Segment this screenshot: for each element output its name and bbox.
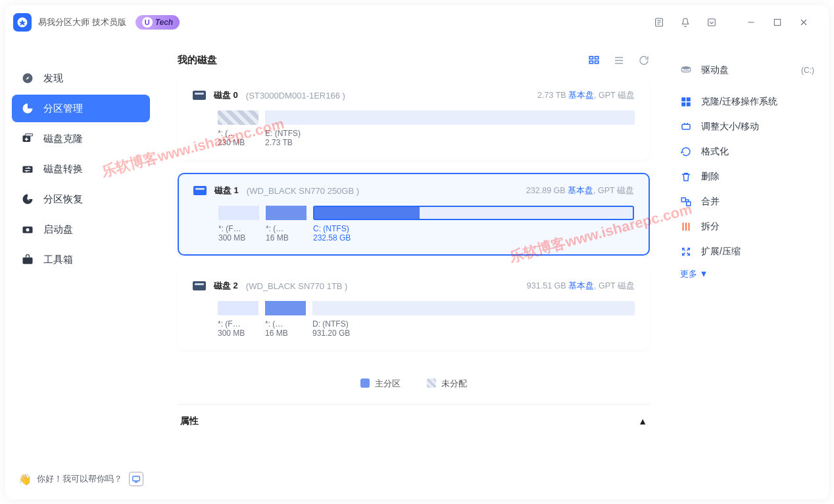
op-item[interactable]: 格式化: [680, 139, 814, 164]
wave-icon: 👋: [18, 473, 32, 486]
sidebar-item-partition[interactable]: 分区管理: [12, 95, 150, 122]
partition-segment[interactable]: [218, 301, 258, 315]
tasks-icon[interactable]: [646, 9, 672, 35]
sidebar-item-bootdisk[interactable]: 启动盘: [12, 216, 150, 243]
view-list-icon[interactable]: [613, 55, 625, 66]
disk-basic-link[interactable]: 基本盘: [568, 281, 594, 290]
op-item[interactable]: 删除: [680, 164, 814, 189]
svg-point-18: [681, 70, 691, 73]
disk-card[interactable]: 磁盘 0 (ST3000DM001-1ER166 ) 2.73 TB 基本盘, …: [178, 78, 650, 160]
maximize-button[interactable]: [764, 9, 791, 35]
disk-meta: 931.51 GB 基本盘, GPT 磁盘: [527, 281, 635, 292]
feedback-icon[interactable]: [129, 472, 143, 486]
disk-card[interactable]: 磁盘 2 (WD_BLACK SN770 1TB ) 931.51 GB 基本盘…: [178, 269, 650, 350]
sidebar-item-toolbox[interactable]: 工具箱: [12, 246, 150, 273]
partition-segment[interactable]: [218, 206, 259, 220]
disk-basic-link[interactable]: 基本盘: [568, 91, 594, 100]
svg-rect-13: [589, 57, 593, 59]
partition-segment[interactable]: [313, 206, 634, 220]
more-ops[interactable]: 更多 ▼: [680, 268, 814, 280]
disk-name: 磁盘 2: [214, 280, 238, 292]
properties-header[interactable]: 属性▲: [178, 404, 650, 438]
disk-icon: [193, 91, 206, 100]
svg-rect-12: [133, 476, 140, 481]
op-item[interactable]: 合并: [680, 189, 814, 214]
sidebar-item-recover[interactable]: 分区恢复: [12, 185, 150, 213]
disk-model: (ST3000DM001-1ER166 ): [246, 91, 345, 101]
sidebar-item-label: 磁盘转换: [43, 163, 83, 175]
disk-card[interactable]: 磁盘 1 (WD_BLACK SN770 250GB ) 232.89 GB 基…: [178, 173, 650, 256]
partition-label: E: (NTFS)2.73 TB: [265, 129, 301, 147]
partition-segment[interactable]: [265, 110, 635, 125]
app-title: 易我分区大师 技术员版: [38, 16, 126, 28]
svg-rect-15: [589, 60, 593, 63]
notification-icon[interactable]: [672, 9, 699, 35]
legend-primary: 主分区: [360, 378, 401, 390]
svg-rect-8: [23, 166, 33, 173]
sidebar-item-clone[interactable]: 磁盘克隆: [12, 125, 150, 152]
svg-rect-16: [595, 60, 599, 63]
section-title: 我的磁盘: [178, 54, 217, 66]
partition-segment[interactable]: [218, 110, 258, 125]
partition-label: D: (NTFS)931.20 GB: [312, 319, 350, 338]
sidebar-item-label: 发现: [43, 72, 63, 85]
sidebar-item-label: 磁盘克隆: [43, 133, 83, 145]
disk-model: (WD_BLACK SN770 1TB ): [246, 281, 348, 291]
disk-basic-link[interactable]: 基本盘: [568, 186, 593, 195]
menu-icon[interactable]: [699, 9, 725, 35]
tech-badge: UTech: [135, 15, 180, 30]
legend-unalloc: 未分配: [427, 378, 467, 390]
app-logo-icon: [13, 13, 32, 32]
svg-rect-25: [687, 202, 691, 206]
op-item[interactable]: 扩展/压缩: [680, 239, 814, 264]
partition-segment[interactable]: [312, 301, 635, 315]
svg-point-17: [681, 66, 691, 70]
svg-rect-14: [595, 57, 599, 59]
disk-name: 磁盘 1: [214, 185, 239, 196]
op-item[interactable]: 克隆/迁移操作系统: [680, 89, 814, 114]
partition-label: *: (F…300 MB: [218, 319, 265, 338]
sidebar-item-discover[interactable]: 发现: [12, 64, 150, 92]
svg-point-10: [26, 228, 30, 231]
disk-name: 磁盘 0: [214, 89, 238, 101]
svg-rect-23: [682, 124, 690, 129]
svg-rect-7: [26, 134, 33, 136]
disk-icon: [193, 281, 206, 290]
disk-icon: [193, 186, 207, 195]
svg-rect-11: [23, 258, 33, 264]
sidebar-item-convert[interactable]: 磁盘转换: [12, 155, 150, 183]
view-grid-icon[interactable]: [588, 55, 600, 66]
partition-label: *: (…16 MB: [266, 224, 313, 242]
refresh-icon[interactable]: [638, 55, 650, 66]
svg-rect-22: [687, 103, 691, 106]
help-prompt[interactable]: 👋你好！我可以帮你吗？: [12, 467, 150, 492]
partition-label: *: (…230 MB: [218, 129, 265, 147]
minimize-button[interactable]: [738, 9, 764, 35]
sidebar-item-label: 工具箱: [43, 254, 73, 266]
svg-rect-4: [774, 19, 780, 25]
partition-label: *: (…16 MB: [265, 319, 312, 338]
sidebar-item-label: 分区管理: [43, 103, 83, 115]
disk-meta: 2.73 TB 基本盘, GPT 磁盘: [537, 90, 635, 101]
partition-segment[interactable]: [265, 301, 306, 315]
collapse-up-icon[interactable]: ▲: [638, 416, 647, 426]
op-item[interactable]: 拆分: [680, 214, 814, 239]
sidebar-item-label: 分区恢复: [43, 193, 83, 206]
svg-rect-24: [681, 198, 685, 202]
svg-rect-3: [708, 19, 716, 26]
op-item[interactable]: 调整大小/移动: [680, 114, 814, 139]
partition-label: *: (F…300 MB: [218, 224, 266, 242]
current-drive[interactable]: 驱动盘(C:): [680, 58, 814, 83]
disk-meta: 232.89 GB 基本盘, GPT 磁盘: [526, 185, 634, 196]
svg-rect-21: [681, 103, 685, 106]
partition-label: C: (NTFS)232.58 GB: [313, 224, 351, 242]
svg-rect-19: [681, 97, 685, 101]
partition-segment[interactable]: [266, 206, 307, 220]
close-button[interactable]: [791, 9, 817, 35]
disk-model: (WD_BLACK SN770 250GB ): [247, 186, 359, 196]
sidebar-item-label: 启动盘: [43, 223, 73, 236]
svg-rect-20: [687, 97, 691, 101]
